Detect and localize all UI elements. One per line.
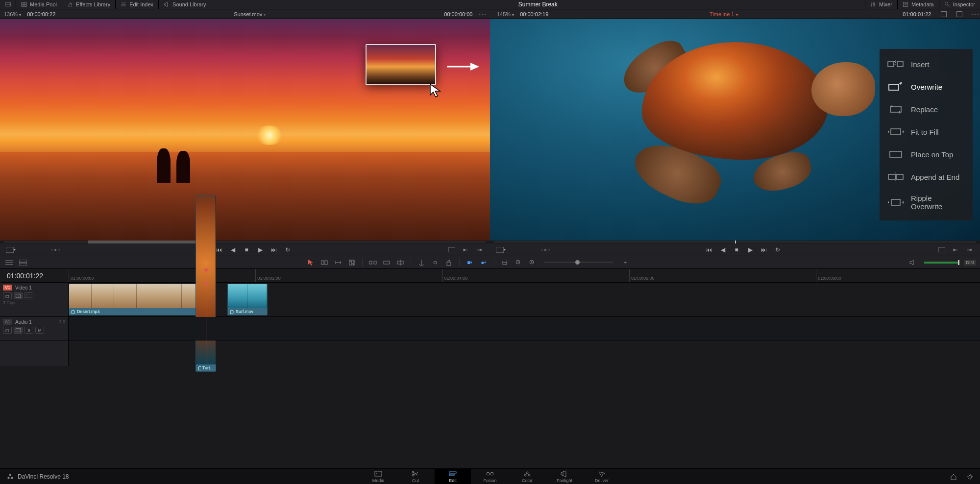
stacked-timeline-icon[interactable] xyxy=(18,257,28,268)
zoom-in-icon[interactable] xyxy=(527,257,538,268)
sound-library-toggle[interactable]: Sound Library xyxy=(159,0,211,9)
a1-auto-select[interactable] xyxy=(14,327,23,334)
link-icon[interactable] xyxy=(430,257,441,268)
mark-out-button[interactable]: ⇥ xyxy=(474,245,484,255)
clip-desert[interactable]: Desert.mp4 xyxy=(69,284,205,315)
replace-clip-tool[interactable] xyxy=(395,257,406,268)
program-viewer-mode[interactable]: ▾ xyxy=(496,245,506,255)
source-options[interactable]: ••• xyxy=(478,11,487,17)
last-frame-button[interactable]: ⏭ xyxy=(269,245,279,255)
selection-tool[interactable] xyxy=(305,257,316,268)
mark-in-button[interactable]: ⇤ xyxy=(461,245,470,255)
program-zoom[interactable]: 145% ▾ xyxy=(493,11,514,17)
track-header-v1[interactable]: V1Video 1 3 Clips xyxy=(0,283,68,317)
page-cut[interactable]: Cut xyxy=(397,469,434,484)
mute-icon[interactable] xyxy=(907,257,918,268)
program-match-frame[interactable]: ‹ ● › xyxy=(541,247,550,252)
clip-surf[interactable]: Surf.mov xyxy=(227,284,268,315)
svg-point-74 xyxy=(528,474,530,476)
mixer-toggle[interactable]: Mixer xyxy=(865,0,897,9)
a1-lock[interactable] xyxy=(3,327,12,334)
prog-stop[interactable]: ■ xyxy=(732,245,741,255)
prog-loop[interactable]: ↻ xyxy=(773,245,783,255)
edit-ripple-overwrite[interactable]: Ripple Overwrite xyxy=(880,188,973,217)
program-scrubber[interactable] xyxy=(490,241,980,243)
program-view-option-1[interactable] xyxy=(941,11,947,17)
flag-tool[interactable]: ■ ▾ xyxy=(465,257,475,268)
source-zoom[interactable]: 136% ▾ xyxy=(0,11,21,17)
blade-tool[interactable] xyxy=(346,257,357,268)
play-button[interactable]: ▶ xyxy=(255,245,265,255)
page-color[interactable]: Color xyxy=(509,469,545,484)
source-scrubber[interactable] xyxy=(0,241,490,243)
prog-overlay-icon[interactable] xyxy=(937,245,947,255)
prog-last-frame[interactable]: ⏭ xyxy=(759,245,769,255)
track-header-a1[interactable]: A1Audio 12.0 S M xyxy=(0,317,68,340)
prog-play-reverse[interactable]: ◀ xyxy=(718,245,728,255)
edit-place-on-top[interactable]: Place on Top xyxy=(880,143,973,166)
snap-icon[interactable] xyxy=(499,257,510,268)
program-view-option-2[interactable] xyxy=(956,11,962,17)
lock-icon[interactable] xyxy=(443,257,454,268)
prog-first-frame[interactable]: ⏮ xyxy=(704,245,714,255)
a1-solo[interactable]: S xyxy=(24,327,33,334)
edit-append-at-end[interactable]: Append at End xyxy=(880,166,973,188)
project-settings-button[interactable] xyxy=(965,472,975,482)
timeline-empty-area[interactable] xyxy=(0,366,980,479)
dynamic-trim-tool[interactable] xyxy=(333,257,343,268)
video-lane-1[interactable]: Desert.mp4Turt...Surf.mov xyxy=(69,283,980,317)
metadata-toggle[interactable]: Metadata xyxy=(897,0,939,9)
svg-point-73 xyxy=(524,474,526,476)
toggle-full-width-icon[interactable] xyxy=(0,0,16,9)
v1-disable[interactable] xyxy=(24,292,33,299)
page-fusion[interactable]: Fusion xyxy=(472,469,508,484)
overwrite-clip-tool[interactable] xyxy=(381,257,392,268)
svg-rect-37 xyxy=(19,260,27,262)
v1-badge[interactable]: V1 xyxy=(3,285,12,290)
zoom-plus[interactable]: + xyxy=(620,257,631,268)
ruler-tick: 01:00:08:00 xyxy=(816,269,816,282)
v1-auto-select[interactable] xyxy=(14,292,23,299)
playhead-line[interactable] xyxy=(206,283,206,366)
edit-replace[interactable]: Replace xyxy=(880,98,973,121)
trim-tool[interactable] xyxy=(319,257,330,268)
a1-badge[interactable]: A1 xyxy=(3,319,12,325)
effects-library-toggle[interactable]: Effects Library xyxy=(62,0,116,9)
home-button[interactable] xyxy=(949,472,958,482)
zoom-slider[interactable] xyxy=(544,262,613,263)
razor-icon[interactable] xyxy=(416,257,427,268)
loop-button[interactable]: ↻ xyxy=(283,245,293,255)
program-options[interactable]: ••• xyxy=(971,11,980,17)
edit-insert[interactable]: Insert xyxy=(880,53,973,75)
zoom-out-icon[interactable] xyxy=(513,257,524,268)
source-viewer-mode[interactable]: ▾ xyxy=(6,245,16,255)
inspector-toggle[interactable]: Inspector xyxy=(939,0,980,9)
audio-lane-1[interactable] xyxy=(69,317,980,340)
page-media[interactable]: Media xyxy=(360,469,396,484)
page-edit[interactable]: Edit xyxy=(435,469,471,484)
marker-tool[interactable]: ● ▾ xyxy=(478,257,489,268)
edit-index-toggle[interactable]: Edit Index xyxy=(116,0,159,9)
volume-slider[interactable] xyxy=(924,262,958,264)
source-clip-name[interactable]: Sunset.mov ▾ xyxy=(61,11,438,17)
media-pool-toggle[interactable]: Media Pool xyxy=(16,0,62,9)
match-frame-icon[interactable]: ‹ ● › xyxy=(51,247,60,252)
prog-mark-in[interactable]: ⇤ xyxy=(951,245,960,255)
prog-mark-out[interactable]: ⇥ xyxy=(964,245,974,255)
play-reverse-button[interactable]: ◀ xyxy=(228,245,238,255)
stop-button[interactable]: ■ xyxy=(242,245,251,255)
v1-lock[interactable] xyxy=(3,292,12,299)
source-overlay-icon[interactable] xyxy=(447,245,457,255)
edit-fit-to-fill[interactable]: Fit to Fill xyxy=(880,121,973,143)
page-fairlight[interactable]: Fairlight xyxy=(546,469,583,484)
edit-overwrite[interactable]: Overwrite xyxy=(880,75,973,98)
playhead[interactable] xyxy=(206,269,206,282)
timeline-name[interactable]: Timeline 1 ▾ xyxy=(710,11,737,17)
insert-clip-tool[interactable] xyxy=(368,257,378,268)
dim-button[interactable]: DIM xyxy=(964,260,977,266)
a1-mute[interactable]: M xyxy=(35,327,44,334)
prog-play[interactable]: ▶ xyxy=(745,245,755,255)
timeline-view-options[interactable] xyxy=(4,257,15,268)
page-deliver[interactable]: Deliver xyxy=(584,469,620,484)
source-timecode-right: 00:00:00:00 xyxy=(444,11,472,17)
